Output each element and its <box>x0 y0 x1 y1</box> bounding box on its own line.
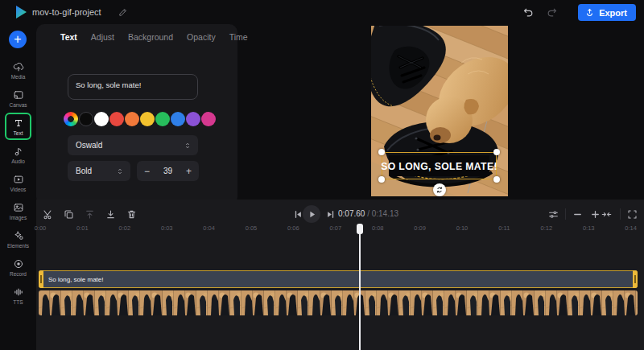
timeline-text-clip[interactable]: So long, sole mate! <box>39 270 638 288</box>
filmstrip-frame <box>196 290 208 315</box>
sidebar-item-text[interactable]: Text <box>0 113 36 141</box>
sidebar-item-record[interactable]: Record <box>0 253 36 282</box>
ruler-label-0-09: 0:09 <box>414 224 426 232</box>
filmstrip-frame <box>208 290 219 315</box>
split-scissors-icon <box>42 208 54 220</box>
filmstrip-frame <box>422 290 433 315</box>
export-button[interactable]: Export <box>578 4 636 21</box>
color-wheel-swatch[interactable] <box>64 112 78 126</box>
selection-handle-bottom-left[interactable] <box>378 176 385 183</box>
ruler-label-0-00: 0:00 <box>35 224 47 232</box>
zoom-fit-button[interactable] <box>597 205 615 223</box>
panel-tabs: TextAdjustBackgroundOpacityTime <box>60 32 248 42</box>
clip-trim-handle-right[interactable] <box>633 270 638 288</box>
sidebar-item-label: Videos <box>10 187 27 192</box>
font-weight-select[interactable]: Bold <box>68 161 130 181</box>
font-weight-value: Bold <box>76 167 92 175</box>
color-swatch-9[interactable] <box>201 112 216 126</box>
filmstrip-frame <box>106 290 118 315</box>
filmstrip-frame <box>174 290 185 315</box>
sidebar-item-media[interactable]: Media <box>0 56 36 84</box>
duplicate-clip-button[interactable] <box>60 205 77 223</box>
fullscreen-button[interactable] <box>623 205 641 223</box>
images-icon <box>13 202 24 213</box>
time-ruler[interactable]: 0:000:010:020:030:040:050:060:070:080:09… <box>36 224 644 234</box>
duplicate-icon <box>63 208 75 220</box>
color-swatch-4[interactable] <box>125 112 139 126</box>
filmstrip-frame <box>523 290 535 315</box>
move-up-icon <box>84 208 96 220</box>
videos-icon <box>13 174 24 185</box>
filmstrip-frame <box>219 290 230 315</box>
filmstrip-frame <box>456 290 467 315</box>
rename-project-icon[interactable] <box>118 6 129 18</box>
color-swatch-7[interactable] <box>171 112 185 126</box>
rotate-handle[interactable] <box>433 183 446 196</box>
filmstrip-frame <box>399 290 411 315</box>
ruler-label-0-12: 0:12 <box>540 224 552 232</box>
split-clip-button[interactable] <box>39 205 56 223</box>
delete-trash-icon <box>126 208 138 220</box>
top-bar: mov-to-gif-project Export <box>0 0 644 24</box>
color-swatch-8[interactable] <box>186 112 200 126</box>
zoom-out-icon <box>572 208 584 220</box>
filmstrip-frame <box>140 290 151 315</box>
preview-text-overlay[interactable]: SO LONG, SOLE MATE! <box>389 155 489 176</box>
color-swatch-5[interactable] <box>140 112 155 126</box>
sidebar-item-audio[interactable]: Audio <box>0 141 36 169</box>
tab-time[interactable]: Time <box>229 32 248 42</box>
ruler-label-0-11: 0:11 <box>498 224 510 232</box>
elements-icon <box>13 230 24 241</box>
playhead-handle[interactable] <box>357 224 363 234</box>
text-input[interactable]: So long, sole mate! <box>68 74 198 100</box>
sidebar-item-elements[interactable]: Elements <box>0 225 36 253</box>
chevron-updown-icon <box>116 167 124 175</box>
sidebar-item-videos[interactable]: Videos <box>0 169 36 197</box>
playhead-line <box>359 224 361 350</box>
ruler-label-0-08: 0:08 <box>372 224 384 232</box>
filmstrip-frame <box>388 290 399 315</box>
color-swatch-6[interactable] <box>155 112 170 126</box>
color-swatch-2[interactable] <box>94 112 109 126</box>
filmstrip-frame <box>118 290 129 315</box>
decrease-font-size-button[interactable]: − <box>144 167 150 176</box>
sidebar-item-images[interactable]: Images <box>0 197 36 225</box>
tab-adjust[interactable]: Adjust <box>91 32 114 42</box>
timeline: 0:07.60 / 0:14.13 0:000:010:020:030:040:… <box>36 200 644 350</box>
font-family-value: Oswald <box>76 141 102 150</box>
skip-next-button[interactable] <box>321 205 339 223</box>
delete-clip-button[interactable] <box>122 205 140 223</box>
timeline-video-clip[interactable] <box>39 290 638 315</box>
font-family-select[interactable]: Oswald <box>68 135 198 155</box>
tab-text[interactable]: Text <box>60 32 77 42</box>
clip-trim-handle-left[interactable] <box>39 270 43 288</box>
move-track-up-button[interactable] <box>80 205 98 223</box>
selection-handle-top-right[interactable] <box>493 149 500 155</box>
zoom-out-button[interactable] <box>568 205 586 223</box>
undo-icon[interactable] <box>522 6 535 19</box>
increase-font-size-button[interactable]: + <box>186 167 192 176</box>
ruler-label-0-13: 0:13 <box>583 224 595 232</box>
tab-background[interactable]: Background <box>128 32 173 42</box>
add-media-button[interactable]: + <box>9 31 27 48</box>
sidebar-item-canvas[interactable]: Canvas <box>0 84 36 113</box>
app-logo-icon[interactable] <box>13 4 29 20</box>
color-swatches <box>64 112 216 126</box>
skip-next-icon <box>324 208 336 220</box>
sidebar-item-tts[interactable]: TTS <box>0 282 36 310</box>
filmstrip-frame <box>636 290 638 315</box>
color-swatch-1[interactable] <box>79 112 93 126</box>
color-swatch-3[interactable] <box>109 112 124 126</box>
timeline-settings-button[interactable] <box>544 205 562 223</box>
move-track-down-button[interactable] <box>101 205 119 223</box>
redo-icon[interactable] <box>546 6 559 19</box>
tab-opacity[interactable]: Opacity <box>187 32 216 42</box>
selection-handle-top-left[interactable] <box>378 149 385 155</box>
tts-icon <box>13 286 24 298</box>
selection-handle-bottom-right[interactable] <box>493 176 500 183</box>
play-button[interactable] <box>303 205 320 223</box>
text-icon <box>13 117 24 129</box>
play-icon <box>306 208 318 220</box>
filmstrip-frame <box>613 290 625 315</box>
video-editor-app: mov-to-gif-project Export + Media Canvas… <box>0 0 644 350</box>
